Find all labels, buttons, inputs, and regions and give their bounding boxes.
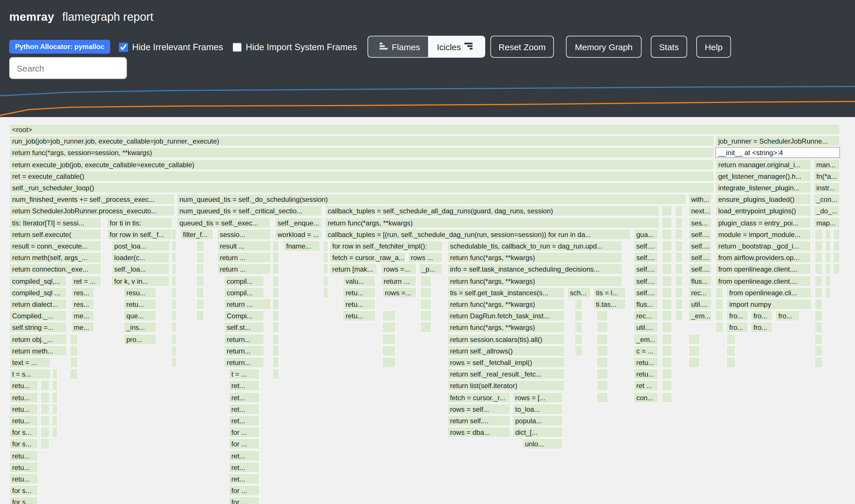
flame-cell[interactable] xyxy=(40,392,50,403)
flame-cell[interactable]: me... xyxy=(71,310,94,321)
flame-cell[interactable] xyxy=(662,240,672,251)
flame-cell[interactable] xyxy=(815,345,823,356)
flame-cell[interactable] xyxy=(662,392,672,403)
flame-cell[interactable]: return... xyxy=(224,334,264,345)
flame-cell[interactable] xyxy=(420,310,431,321)
flame-cell[interactable] xyxy=(675,299,683,310)
flame-cell[interactable] xyxy=(272,334,279,345)
flame-cell[interactable]: tis = l... xyxy=(593,287,626,298)
flame-cell[interactable]: return self.... xyxy=(447,415,511,426)
flame-cell[interactable] xyxy=(420,322,431,333)
flame-cell[interactable]: ret... xyxy=(229,380,260,391)
flame-cell[interactable]: self.... xyxy=(688,264,712,275)
flame-cell[interactable]: res... xyxy=(71,287,94,298)
flame-cell[interactable] xyxy=(575,322,583,333)
flame-cell[interactable] xyxy=(815,322,823,333)
flame-cell[interactable] xyxy=(272,368,279,379)
flame-cell[interactable]: module = import_module... xyxy=(715,229,811,240)
flame-cell[interactable] xyxy=(675,275,683,286)
flame-cell[interactable]: ensure_plugins_loaded() xyxy=(715,194,811,205)
flame-cell[interactable]: retu... xyxy=(343,310,376,321)
flame-cell[interactable]: ret... xyxy=(229,462,260,473)
flame-cell[interactable]: return... xyxy=(224,345,264,356)
flame-cell[interactable]: compil... xyxy=(224,275,264,286)
flame-cell[interactable] xyxy=(196,252,204,263)
flame-cell[interactable]: ti.tas... xyxy=(593,299,626,310)
flame-cell[interactable] xyxy=(675,217,683,228)
flame-cell[interactable] xyxy=(815,310,823,321)
flame-cell[interactable]: workload = ... xyxy=(274,229,322,240)
flame-cell[interactable] xyxy=(815,240,823,251)
flame-cell[interactable]: ret... xyxy=(229,473,260,484)
flame-cell[interactable] xyxy=(575,345,583,356)
flame-cell[interactable] xyxy=(171,357,177,368)
flame-cell[interactable]: run_job(job=job_runner.job, execute_call… xyxy=(9,136,714,146)
flame-cell[interactable]: from openlineage.client.... xyxy=(715,264,811,275)
flame-cell[interactable]: for s... xyxy=(9,497,38,504)
flame-cell[interactable]: from openlineage.client.... xyxy=(715,275,811,286)
flame-cell[interactable]: self._run_scheduler_loop() xyxy=(9,182,714,193)
flame-cell[interactable]: result = conn._execute... xyxy=(9,240,102,251)
flame-cell[interactable] xyxy=(675,229,683,240)
flame-cell[interactable]: num_queued_tis = self._critical_sectio..… xyxy=(177,205,322,217)
flame-cell[interactable]: info = self.task_instance_scheduling_dec… xyxy=(447,264,623,275)
flame-cell[interactable] xyxy=(833,264,840,275)
flame-cell[interactable] xyxy=(815,229,823,240)
flame-cell[interactable]: pro... xyxy=(123,334,156,345)
flame-cell[interactable] xyxy=(171,275,177,286)
flame-cell[interactable]: instr... xyxy=(814,182,840,193)
flame-cell[interactable] xyxy=(40,438,50,450)
flame-cell[interactable]: return ... xyxy=(381,275,416,286)
flame-cell[interactable]: rows = [... xyxy=(512,392,563,403)
flame-cell[interactable]: return func(*args, **kwargs) xyxy=(447,275,623,286)
flame-cell[interactable]: load_entrypoint_plugins() xyxy=(715,205,811,217)
flame-cell[interactable]: tis = self.get_task_instances(s... xyxy=(447,287,565,298)
flame-cell[interactable] xyxy=(272,299,279,310)
flame-cell[interactable]: rec... xyxy=(634,310,658,321)
flame-cell[interactable]: _em... xyxy=(634,334,658,345)
flame-cell[interactable]: map... xyxy=(814,217,840,228)
flame-cell[interactable]: for row in self._fetchiter_impl(): xyxy=(329,240,443,251)
flame-cell[interactable]: from airflow.providers.op... xyxy=(715,252,811,263)
flame-cell[interactable] xyxy=(833,240,840,251)
flame-cell[interactable]: ret = ... xyxy=(71,275,102,286)
flame-cell[interactable] xyxy=(272,357,279,368)
flame-cell[interactable] xyxy=(815,357,823,368)
flame-cell[interactable] xyxy=(272,240,279,251)
flame-cell[interactable] xyxy=(40,380,50,391)
flame-cell[interactable]: for row in self._f... xyxy=(107,229,173,240)
flame-cell[interactable]: retu... xyxy=(9,415,38,426)
flame-cell[interactable]: retu... xyxy=(9,404,38,415)
flame-cell[interactable]: sessio... xyxy=(217,229,271,240)
flame-cell[interactable]: rows = self... xyxy=(447,404,511,415)
flame-cell[interactable] xyxy=(272,345,279,356)
flame-cell[interactable] xyxy=(70,334,78,345)
flame-cell[interactable] xyxy=(825,264,831,275)
flame-cell[interactable]: fro... xyxy=(726,310,748,321)
flame-cell[interactable] xyxy=(726,357,735,368)
flame-cell[interactable]: queued_tis = self._exec... xyxy=(177,217,271,228)
flame-cell[interactable] xyxy=(70,357,78,368)
flame-cell[interactable] xyxy=(662,357,672,368)
flame-cell[interactable]: ret... xyxy=(229,450,260,461)
flame-cell[interactable]: self.... xyxy=(634,240,658,251)
flame-cell[interactable] xyxy=(825,275,831,286)
flame-cell[interactable]: self.... xyxy=(634,275,658,286)
flame-cell[interactable]: return DagRun.fetch_task_inst... xyxy=(447,310,565,321)
flame-cell[interactable]: return ... xyxy=(224,299,271,310)
flame-cell[interactable]: return meth(self, args_... xyxy=(9,252,102,263)
flame-cell[interactable]: self.... xyxy=(688,240,712,251)
flame-cell[interactable]: con... xyxy=(634,392,658,403)
flame-cell[interactable]: retu... xyxy=(634,357,658,368)
flame-cell[interactable]: with... xyxy=(688,194,712,205)
flame-cell[interactable]: fetch = cursor._raw_a... xyxy=(329,252,406,263)
flame-cell[interactable]: self.... xyxy=(634,264,658,275)
flame-cell[interactable]: for ... xyxy=(229,485,260,496)
flame-cell[interactable]: from openlineage.cli... xyxy=(726,287,812,298)
flame-cell[interactable]: rows = dba... xyxy=(447,427,511,438)
flame-cell[interactable]: __init__ at <string>:4 xyxy=(715,147,840,158)
flame-cell[interactable] xyxy=(726,334,735,345)
flame-cell[interactable] xyxy=(272,310,279,321)
flame-cell[interactable] xyxy=(52,404,58,415)
flame-cell[interactable]: _ins... xyxy=(123,322,156,333)
